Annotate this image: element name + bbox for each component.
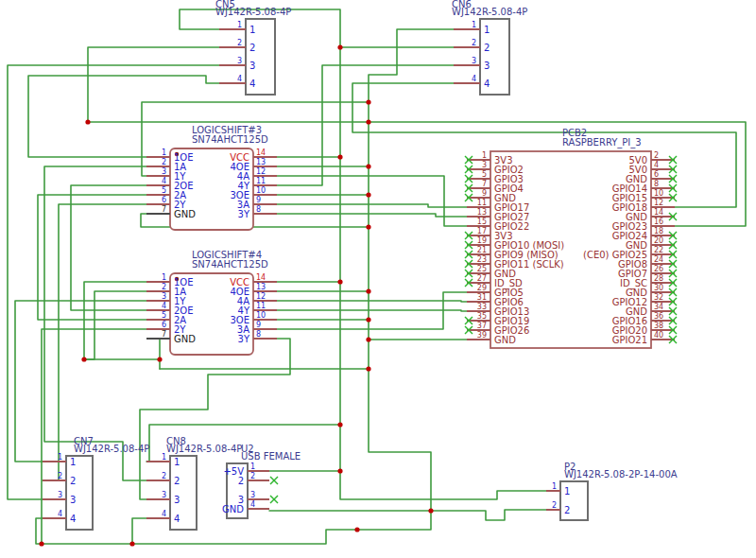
pin-number: 1: [162, 273, 166, 282]
wire[interactable]: [277, 301, 467, 302]
pin-number: 18: [654, 227, 663, 235]
wire[interactable]: [44, 166, 146, 480]
pin-number: 40: [654, 331, 663, 340]
pin-name: 3Y: [238, 209, 250, 219]
junction-dot: [337, 279, 342, 284]
component-P2[interactable]: P2WJ142R-5.08-2P-14-00A1122: [546, 462, 678, 520]
junction-dot: [366, 164, 370, 168]
pin-number: 13: [477, 208, 487, 217]
pin-number: 24: [654, 255, 663, 264]
junction-dot: [337, 154, 342, 159]
pin-number: 15: [477, 218, 487, 226]
component-LOGICSHIFT4[interactable]: LOGICSHIFT#4SN74AHCT125D11OE21A31Y42OE52…: [146, 250, 277, 355]
component-CN6[interactable]: CN6WJ142R-5.08-4P11223344: [452, 0, 527, 95]
pin-number: 4: [472, 75, 476, 83]
pin-number: 1: [237, 21, 242, 29]
junction-dot: [85, 119, 90, 124]
pin-number: 34: [654, 303, 663, 311]
schematic-editor-canvas[interactable]: CN5WJ142R-5.08-4P11223344CN6WJ142R-5.08-…: [0, 0, 756, 558]
pin-name: 3: [249, 61, 255, 71]
component-value-label: WJ142R-5.08-4P: [215, 7, 291, 17]
wire[interactable]: [88, 47, 219, 122]
junction-dot: [366, 366, 370, 371]
wire[interactable]: [132, 518, 146, 544]
wire[interactable]: [277, 310, 467, 311]
pin-number: 5: [482, 170, 487, 179]
schematic-drawing[interactable]: CN5WJ142R-5.08-4P11223344CN6WJ142R-5.08-…: [0, 0, 756, 558]
pin-name: GND: [174, 334, 196, 344]
component-value-label: WJ142R-5.08-4P: [74, 444, 149, 454]
pin-number: 8: [256, 330, 261, 339]
pin-number: 23: [477, 255, 487, 264]
pin-name: GND: [222, 504, 244, 514]
component-value-label: SN74AHCT125D: [192, 134, 268, 145]
wire[interactable]: [277, 204, 467, 207]
pin-number: 17: [477, 227, 487, 235]
wire[interactable]: [269, 510, 546, 520]
pin-number: 3: [482, 161, 487, 169]
component-value-label: WJ142R-5.08-4P: [452, 7, 527, 17]
pin-name: GND: [494, 335, 516, 345]
pin-number: 2: [237, 39, 242, 47]
pin-number: 1: [552, 482, 557, 491]
junction-dot: [366, 99, 370, 104]
pin-name: 4: [484, 78, 490, 89]
pin-name: 2: [484, 43, 490, 53]
pin-number: 14: [256, 273, 266, 282]
component-PCB2[interactable]: PCB2RASPBERRY_PI_313V33GPIO25GPIO37GPIO4…: [467, 128, 675, 348]
junction-dot: [337, 44, 342, 49]
component-value-label: WJ142R-5.08-4P: [166, 444, 242, 454]
wire[interactable]: [277, 214, 467, 217]
pin-number: 13: [256, 283, 266, 291]
pin-name: 2: [238, 476, 244, 486]
junction-dot: [81, 357, 86, 361]
pin-name: GPIO21: [612, 335, 647, 345]
component-CN5[interactable]: CN5WJ142R-5.08-4P11223344: [215, 0, 291, 95]
pin-name: 3: [70, 495, 76, 505]
pin-number: 12: [256, 292, 266, 301]
pin-number: 8: [654, 180, 659, 188]
junction-dot: [366, 119, 370, 124]
pin-number: 36: [654, 312, 663, 321]
component-LOGICSHIFT3[interactable]: LOGICSHIFT#3SN74AHCT125D11OE21A31Y42OE52…: [146, 125, 277, 230]
pin-number: 10: [654, 189, 663, 198]
junction-dot: [366, 192, 370, 197]
pin-number: 2: [472, 39, 476, 47]
pin-number: 1: [162, 453, 166, 462]
pin-number: 9: [256, 321, 261, 329]
wire[interactable]: [277, 176, 467, 226]
junction-dot: [157, 357, 162, 361]
pin-number: 11: [477, 199, 487, 207]
pin-number: 5: [162, 186, 166, 195]
pin-name: 3: [174, 495, 180, 505]
pin-name: 3: [484, 61, 490, 71]
pin-number: 2: [162, 472, 166, 480]
component-value-label: SN74AHCT125D: [192, 259, 268, 270]
pin-name: GND: [174, 209, 196, 219]
pin-number: 4: [162, 177, 166, 185]
pin-number: 4: [58, 510, 62, 518]
pin-number: 28: [654, 274, 663, 283]
pin-number: 5: [162, 311, 166, 320]
pin-number: 9: [482, 189, 487, 198]
pin-name: 1: [70, 457, 76, 467]
pin-number: 11: [256, 302, 266, 310]
pin-number: 1: [482, 151, 487, 160]
pin-number: 26: [654, 265, 663, 273]
pin-number: 1: [250, 462, 255, 471]
pin-name: 1: [174, 457, 180, 467]
pin-number: 10: [256, 311, 266, 320]
component-U2[interactable]: U2USB FEMALE1+5V22334GND: [222, 444, 301, 518]
wire[interactable]: [28, 76, 219, 157]
junction-dot: [129, 541, 134, 546]
pin-number: 32: [654, 293, 663, 302]
pin-number: 7: [162, 330, 166, 339]
pin-number: 33: [477, 303, 487, 311]
component-value-label: RASPBERRY_PI_3: [562, 137, 642, 148]
pin-number: 13: [256, 158, 266, 166]
pin-number: 16: [654, 218, 663, 226]
pin-number: 22: [654, 246, 663, 254]
junction-dot: [428, 508, 433, 513]
pin-number: 20: [654, 236, 663, 245]
pin-number: 25: [477, 265, 487, 273]
